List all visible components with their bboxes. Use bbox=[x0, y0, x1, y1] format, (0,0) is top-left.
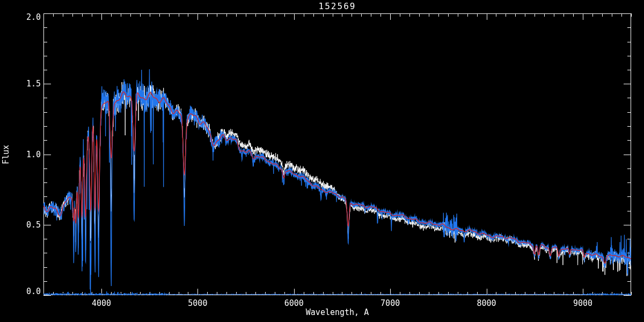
y-tick-label: 1.5 bbox=[0, 79, 41, 89]
x-tick-label: 9000 bbox=[561, 298, 604, 308]
spectrum-plot-window: 152569 Wavelength, A Flux 40005000600070… bbox=[0, 0, 644, 322]
y-tick-label: 0.0 bbox=[0, 287, 41, 296]
y-tick-label: 1.0 bbox=[0, 150, 41, 159]
x-tick-label: 7000 bbox=[369, 298, 412, 308]
y-tick-label: 2.0 bbox=[0, 12, 41, 22]
y-tick-label: 0.5 bbox=[0, 220, 41, 230]
x-tick-label: 8000 bbox=[465, 298, 508, 308]
x-tick-label: 6000 bbox=[273, 298, 316, 308]
spectrum-plot-canvas bbox=[0, 0, 644, 322]
plot-title: 152569 bbox=[43, 1, 631, 11]
x-tick-label: 5000 bbox=[176, 298, 219, 308]
x-axis-label: Wavelength, A bbox=[43, 308, 631, 317]
x-tick-label: 4000 bbox=[80, 298, 123, 308]
